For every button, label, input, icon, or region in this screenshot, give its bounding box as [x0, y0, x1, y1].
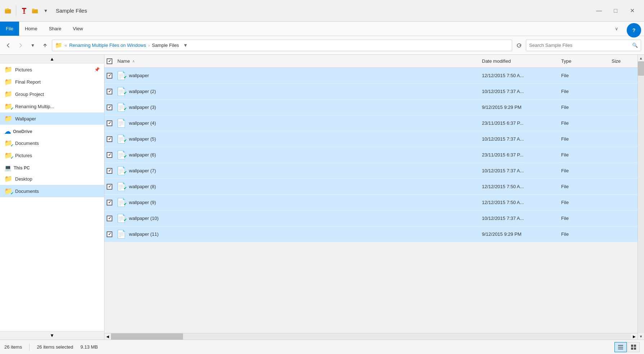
table-row[interactable]: 📄 ✔ wallpaper (2) 10/12/2015 7:37 A... F…	[104, 84, 638, 99]
file-name[interactable]: wallpaper (8)	[128, 184, 479, 189]
forward-button[interactable]	[15, 40, 26, 51]
folder-icon[interactable]	[31, 6, 39, 15]
file-name[interactable]: wallpaper (7)	[128, 168, 479, 173]
sidebar-item-pictures[interactable]: 📁 Pictures 📌	[0, 63, 104, 76]
sidebar-item-documents-pc[interactable]: 📁✔ Documents	[0, 185, 104, 197]
v-scroll-track[interactable]	[638, 61, 644, 333]
sidebar-item-documents-od[interactable]: 📁✔ Documents	[0, 137, 104, 149]
file-checkbox[interactable]	[107, 231, 112, 237]
row-checkbox[interactable]	[104, 184, 115, 190]
tab-file[interactable]: File	[0, 22, 19, 36]
minimize-button[interactable]: —	[591, 5, 607, 17]
file-checkbox[interactable]	[107, 200, 112, 205]
tab-share[interactable]: Share	[43, 22, 67, 36]
h-scroll-right-button[interactable]: ▶	[631, 333, 638, 340]
table-row[interactable]: 📄 ✔ wallpaper (3) 9/12/2015 9:29 PM File	[104, 99, 638, 115]
tab-home[interactable]: Home	[19, 22, 43, 36]
h-scroll-track[interactable]	[111, 333, 631, 340]
file-checkbox[interactable]	[107, 216, 112, 221]
file-name[interactable]: wallpaper (3)	[128, 105, 479, 110]
ribbon-expand-button[interactable]: ∨	[609, 22, 624, 36]
list-view-button[interactable]	[614, 342, 627, 352]
sidebar-scroll-up[interactable]: ▲	[0, 55, 104, 63]
h-scroll-left-button[interactable]: ◀	[104, 333, 111, 340]
table-row[interactable]: 📄 ✔ wallpaper (5) 10/12/2015 7:37 A... F…	[104, 131, 638, 147]
select-all-checkbox[interactable]	[107, 58, 112, 64]
address-path[interactable]: 📁 « Renaming Multiple Files on Windows ›…	[52, 40, 512, 51]
v-scroll-down-button[interactable]: ▼	[638, 333, 644, 340]
row-checkbox[interactable]	[104, 231, 115, 237]
file-checkbox[interactable]	[107, 105, 112, 110]
file-checkbox[interactable]	[107, 73, 112, 79]
row-checkbox[interactable]	[104, 73, 115, 79]
search-icon[interactable]: 🔍	[632, 43, 638, 48]
file-name[interactable]: wallpaper (6)	[128, 152, 479, 158]
table-row[interactable]: 📄 wallpaper (4) 23/11/2015 6:37 P... Fil…	[104, 115, 638, 131]
dropdown-nav-button[interactable]: ▼	[27, 40, 38, 51]
dropdown-arrow-icon[interactable]: ▼	[41, 6, 50, 15]
file-checkbox[interactable]	[107, 120, 112, 126]
sidebar-item-pictures-od[interactable]: 📁✔ Pictures	[0, 149, 104, 161]
back-button[interactable]	[3, 40, 14, 51]
row-checkbox[interactable]	[104, 105, 115, 110]
sidebar-item-renaming[interactable]: 📁✔ Renaming Multip...	[0, 100, 104, 112]
detail-view-button[interactable]	[627, 342, 640, 352]
header-checkbox[interactable]	[104, 58, 115, 64]
file-name[interactable]: wallpaper (5)	[128, 136, 479, 142]
col-size-header[interactable]: Size	[609, 58, 638, 64]
sidebar-item-group-project[interactable]: 📁 Group Project	[0, 88, 104, 100]
file-checkbox[interactable]	[107, 89, 112, 94]
row-checkbox[interactable]	[104, 168, 115, 174]
file-checkbox[interactable]	[107, 136, 112, 142]
table-row[interactable]: 📄 ✔ wallpaper (8) 12/12/2015 7:50 A... F…	[104, 179, 638, 195]
path-dropdown-button[interactable]: ▼	[180, 43, 191, 48]
quick-access-folder-icon[interactable]	[4, 6, 12, 15]
h-scroll-thumb[interactable]	[111, 333, 183, 340]
file-name[interactable]: wallpaper	[128, 73, 479, 78]
file-name[interactable]: wallpaper (2)	[128, 89, 479, 94]
pin-icon: 📌	[94, 67, 100, 72]
path-parent[interactable]: Renaming Multiple Files on Windows	[69, 43, 146, 48]
search-input[interactable]	[529, 43, 631, 48]
table-row[interactable]: 📄 ✔ wallpaper (10) 10/12/2015 7:37 A... …	[104, 211, 638, 226]
sidebar-item-wallpaper[interactable]: 📁 Wallpaper	[0, 112, 104, 125]
sidebar-item-final-report[interactable]: 📁 Final Report	[0, 76, 104, 88]
file-name[interactable]: wallpaper (9)	[128, 200, 479, 205]
up-button[interactable]	[40, 40, 50, 51]
sidebar-item-label: Desktop	[15, 176, 32, 182]
maximize-button[interactable]: □	[607, 5, 624, 17]
table-row[interactable]: 📄 ✔ wallpaper (9) 12/12/2015 7:50 A... F…	[104, 195, 638, 211]
sidebar-scroll-down[interactable]: ▼	[0, 331, 104, 340]
file-name[interactable]: wallpaper (4)	[128, 120, 479, 126]
search-box[interactable]: 🔍	[526, 40, 641, 51]
help-button[interactable]: ?	[627, 23, 641, 37]
v-scroll-thumb[interactable]	[638, 61, 644, 76]
row-checkbox[interactable]	[104, 120, 115, 126]
file-name[interactable]: wallpaper (11)	[128, 231, 479, 237]
refresh-button[interactable]	[514, 40, 524, 51]
file-name[interactable]: wallpaper (10)	[128, 216, 479, 221]
tab-view[interactable]: View	[67, 22, 89, 36]
horizontal-scrollbar[interactable]: ◀ ▶	[104, 333, 638, 340]
table-row[interactable]: 📄 ✔ wallpaper (7) 10/12/2015 7:37 A... F…	[104, 163, 638, 179]
col-name-header[interactable]: Name ∧	[115, 58, 479, 64]
table-row[interactable]: 📄 ✔ wallpaper 12/12/2015 7:50 A... File	[104, 68, 638, 84]
row-checkbox[interactable]	[104, 136, 115, 142]
row-checkbox[interactable]	[104, 152, 115, 158]
col-type-header[interactable]: Type	[558, 58, 609, 64]
row-checkbox[interactable]	[104, 200, 115, 205]
table-row[interactable]: 📄 ✔ wallpaper (6) 23/11/2015 6:37 P... F…	[104, 147, 638, 163]
row-checkbox[interactable]	[104, 216, 115, 221]
col-date-header[interactable]: Date modified	[479, 58, 558, 64]
table-row[interactable]: 📄 wallpaper (11) 9/12/2015 9:29 PM File	[104, 226, 638, 242]
file-checkbox[interactable]	[107, 152, 112, 158]
v-scroll-up-button[interactable]: ▲	[638, 55, 644, 61]
row-checkbox[interactable]	[104, 89, 115, 94]
file-checkbox[interactable]	[107, 168, 112, 174]
sidebar-item-desktop[interactable]: 📁 Desktop	[0, 173, 104, 185]
file-checkbox[interactable]	[107, 184, 112, 190]
path-arrow: ›	[148, 43, 149, 48]
close-button[interactable]: ✕	[624, 5, 640, 17]
vertical-scrollbar[interactable]: ▲ ▼	[638, 55, 644, 340]
pin-icon[interactable]	[20, 6, 28, 15]
